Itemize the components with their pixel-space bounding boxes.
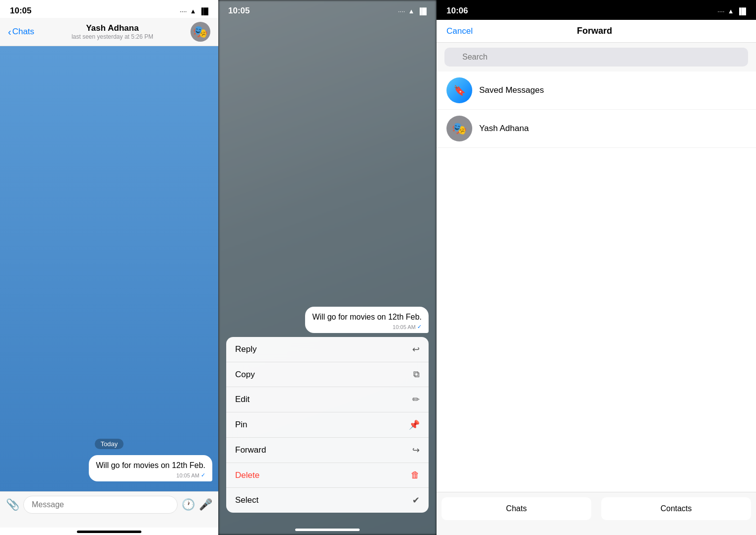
avatar-icon: 🎭 <box>193 25 208 39</box>
delete-label: Delete <box>235 470 259 480</box>
contacts-tab[interactable]: Contacts <box>601 497 751 520</box>
message-meta: 10:05 AM ✓ <box>96 472 205 478</box>
nav-bar: ‹ Chats Yash Adhana last seen yesterday … <box>0 18 218 46</box>
status-icons-context: ···· ▲ ▐█ <box>398 7 427 15</box>
status-time-forward: 10:06 <box>446 6 468 16</box>
status-bar-context: 10:05 ···· ▲ ▐█ <box>218 0 437 18</box>
context-message-meta: 10:05 AM ✓ <box>312 324 422 330</box>
status-icons-forward: ···· ▲ ▐█ <box>717 7 746 15</box>
forward-title: Forward <box>577 26 612 36</box>
status-bar-chat: 10:05 ···· ▲ ▐█ <box>0 0 218 18</box>
forward-label: Forward <box>235 445 266 455</box>
edit-icon: ✏ <box>412 394 420 405</box>
context-message-text: Will go for movies on 12th Feb. <box>312 313 422 321</box>
search-container: 🔍 <box>444 48 748 67</box>
battery-icon-context: ▐█ <box>418 7 427 15</box>
back-label[interactable]: Chats <box>12 27 34 37</box>
yash-adhana-item[interactable]: 🎭 Yash Adhana <box>437 110 756 148</box>
battery-icon-fwd: ▐█ <box>737 7 746 15</box>
home-indicator <box>77 531 141 533</box>
context-content: Will go for movies on 12th Feb. 10:05 AM… <box>218 18 437 523</box>
panel-forward: 10:06 ···· ▲ ▐█ Cancel Forward 🔍 🔖 Saved… <box>437 0 756 535</box>
reply-label: Reply <box>235 344 256 354</box>
menu-item-copy[interactable]: Copy ⧉ <box>226 362 429 387</box>
message-time: 10:05 AM <box>177 472 199 478</box>
saved-messages-item[interactable]: 🔖 Saved Messages <box>437 71 756 110</box>
edit-label: Edit <box>235 395 250 404</box>
wifi-icon: ▲ <box>190 7 196 15</box>
menu-item-edit[interactable]: Edit ✏ <box>226 387 429 412</box>
select-label: Select <box>235 495 258 505</box>
contact-avatar[interactable]: 🎭 <box>190 22 210 42</box>
panel-chat: 10:05 ···· ▲ ▐█ ‹ Chats Yash Adhana last… <box>0 0 218 535</box>
context-menu: Reply ↩ Copy ⧉ Edit ✏ Pin 📌 Forward ↪ De… <box>226 337 429 513</box>
forward-icon: ↪ <box>412 445 420 456</box>
yash-name: Yash Adhana <box>479 124 529 134</box>
battery-icon: ▐█ <box>199 7 208 15</box>
home-indicator-context <box>218 523 437 535</box>
forward-list: 🔖 Saved Messages 🎭 Yash Adhana <box>437 71 756 492</box>
message-text: Will go for movies on 12th Feb. <box>96 461 205 469</box>
nav-center: Yash Adhana last seen yesterday at 5:26 … <box>71 23 153 40</box>
forward-nav: Cancel Forward <box>437 20 756 43</box>
signal-icon-fwd: ···· <box>717 7 724 15</box>
context-message-bubble: Will go for movies on 12th Feb. 10:05 AM… <box>305 307 429 333</box>
copy-label: Copy <box>235 370 255 380</box>
message-input[interactable] <box>23 496 178 514</box>
signal-icon: ···· <box>180 7 187 15</box>
menu-item-delete[interactable]: Delete 🗑 <box>226 463 429 488</box>
status-time-context: 10:05 <box>228 6 250 16</box>
bookmark-icon: 🔖 <box>453 84 466 96</box>
chat-body: Today Will go for movies on 12th Feb. 10… <box>0 46 218 491</box>
pin-label: Pin <box>235 420 248 430</box>
yash-avatar: 🎭 <box>446 116 472 141</box>
signal-icon-context: ···· <box>398 7 405 15</box>
select-icon: ✔ <box>412 495 420 506</box>
search-bar: 🔍 <box>437 43 756 71</box>
reply-icon: ↩ <box>412 344 420 355</box>
menu-item-reply[interactable]: Reply ↩ <box>226 337 429 362</box>
saved-messages-avatar: 🔖 <box>446 77 472 103</box>
home-bar <box>295 529 360 531</box>
menu-item-select[interactable]: Select ✔ <box>226 488 429 513</box>
delete-icon: 🗑 <box>411 470 420 480</box>
last-seen-status: last seen yesterday at 5:26 PM <box>71 33 153 40</box>
message-bubble: Will go for movies on 12th Feb. 10:05 AM… <box>89 455 212 481</box>
person-icon: 🎭 <box>452 122 467 135</box>
search-input[interactable] <box>444 48 748 67</box>
back-button[interactable]: ‹ Chats <box>8 26 34 38</box>
voice-icon[interactable]: 🎤 <box>199 498 212 511</box>
status-time: 10:05 <box>10 6 31 16</box>
date-badge: Today <box>95 439 124 449</box>
menu-item-pin[interactable]: Pin 📌 <box>226 412 429 438</box>
date-label: Today <box>6 439 212 449</box>
bottom-tabs: Chats Contacts <box>437 492 756 535</box>
copy-icon: ⧉ <box>413 369 420 380</box>
status-bar-forward: 10:06 ···· ▲ ▐█ <box>437 0 756 20</box>
context-message-time: 10:05 AM <box>393 324 416 330</box>
wifi-icon-context: ▲ <box>408 7 415 15</box>
cancel-button[interactable]: Cancel <box>446 26 473 36</box>
emoji-icon[interactable]: 🕐 <box>182 498 195 511</box>
saved-messages-name: Saved Messages <box>479 85 544 95</box>
pin-icon: 📌 <box>409 419 420 430</box>
chevron-left-icon: ‹ <box>8 26 11 38</box>
chat-input-bar: 📎 🕐 🎤 <box>0 491 218 528</box>
chats-tab[interactable]: Chats <box>441 497 591 520</box>
context-check-icon: ✓ <box>417 324 422 330</box>
contact-name: Yash Adhana <box>86 23 138 33</box>
panel-context-menu: 10:05 ···· ▲ ▐█ Will go for movies on 12… <box>218 0 437 535</box>
attachment-icon[interactable]: 📎 <box>6 498 19 511</box>
status-icons: ···· ▲ ▐█ <box>180 7 208 15</box>
wifi-icon-fwd: ▲ <box>728 7 734 15</box>
menu-item-forward[interactable]: Forward ↪ <box>226 438 429 463</box>
check-icon: ✓ <box>201 472 205 478</box>
